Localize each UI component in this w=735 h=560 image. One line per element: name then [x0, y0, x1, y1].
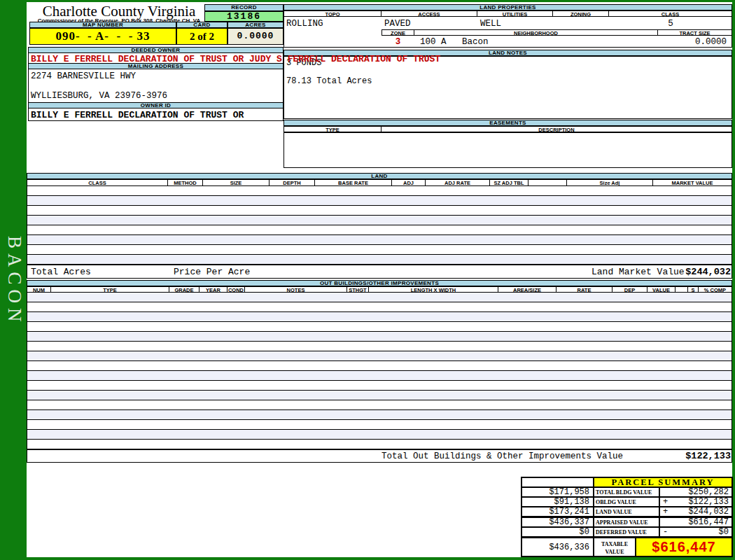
easement-type-label: TYPE — [284, 126, 382, 132]
class-label: CLASS — [609, 10, 732, 17]
address-line2: WYLLIESBURG, VA 23976-3976 — [31, 91, 167, 101]
land-price-per-acre-label: Price Per Acre — [174, 267, 250, 277]
easements-title: EASEMENTS — [284, 120, 732, 126]
ob-col-grade: GRADE — [169, 286, 200, 293]
land-col-adj-rate: ADJ RATE — [426, 179, 490, 186]
ps-row1-label: TOTAL BLDG VALUE — [594, 487, 659, 497]
ps-row5-value-cell: - $0 — [659, 527, 732, 537]
land-table-header-row: CLASS METHOD SIZE DEPTH BASE RATE ADJ AD… — [27, 179, 732, 186]
address-line1: 2274 BARNESVILLE HWY — [31, 71, 136, 81]
zone-value: 3 — [382, 37, 414, 47]
easement-description-label: DESCRIPTION — [382, 126, 732, 132]
ps-row4-left: $436,337 — [522, 517, 594, 527]
ps-taxable-value: $616,447 — [636, 537, 732, 556]
ob-col-s: S — [688, 286, 699, 293]
tract-size-value: 0.0000 — [658, 37, 727, 47]
ps-row3-label: LAND VALUE — [594, 507, 659, 517]
deeded-owner-value: BILLY E FERRELL DECLARATION OF TRUST OR … — [31, 54, 440, 64]
land-market-value-label: Land Market Value — [592, 267, 685, 277]
ps-taxable-left: $436,336 — [522, 537, 594, 556]
ob-col-area-size: AREA/SIZE — [498, 286, 556, 293]
land-col-size: SIZE — [203, 179, 270, 186]
ps-row2-value-cell: + $122,133 — [659, 497, 732, 507]
easements-header-row: TYPE DESCRIPTION — [284, 126, 732, 132]
map-number-label: MAP NUMBER — [29, 22, 176, 28]
ps-row1-value-cell: $250,282 — [659, 487, 732, 497]
utilities-label: UTILITIES — [477, 10, 553, 17]
card-value: 2 of 2 — [176, 28, 227, 45]
ob-col-sthgt: STHGT — [347, 286, 369, 293]
land-section-title: LAND — [27, 173, 732, 179]
class-value: 5 — [609, 19, 732, 29]
ps-row5-left: $0 — [522, 527, 594, 537]
ps-row3-op: + — [663, 507, 668, 516]
ob-col-blank — [676, 286, 688, 293]
out-buildings-total-row — [27, 449, 732, 463]
land-notes-panel — [284, 56, 732, 119]
out-buildings-section-title: OUT BUILDINGS/OTHER IMPROVEMENTS — [27, 280, 732, 286]
ps-row3-value-cell: + $244,032 — [659, 507, 732, 517]
out-buildings-header-row: NUM TYPE GRADE YEAR COND NOTES STHGT LEN… — [27, 286, 732, 293]
map-number-value: 090- - A- - - 33 — [29, 28, 176, 45]
ps-row5-op: - — [663, 528, 668, 536]
tract-size-label: TRACT SIZE — [658, 29, 732, 36]
land-col-blank — [528, 179, 567, 186]
property-record-card: BACON Charlotte County Virginia Commissi… — [0, 0, 735, 560]
ob-col-length-width: LENGTH X WIDTH — [369, 286, 498, 293]
ob-col-num: NUM — [27, 286, 51, 293]
deeded-owner-label: DEEDED OWNER — [28, 47, 284, 53]
ps-row1-value: $250,282 — [688, 488, 729, 496]
neighborhood-label: NEIGHBORHOOD — [414, 29, 658, 36]
out-buildings-total-value: $122,133 — [685, 451, 731, 461]
ps-row2-left: $91,138 — [522, 497, 594, 507]
land-notes-line2: 78.13 Total Acres — [286, 76, 372, 86]
ps-row1-left: $171,958 — [522, 487, 594, 497]
out-buildings-total-label: Total Out Buildings & Other Improvements… — [382, 451, 623, 461]
out-buildings-empty-rows — [27, 293, 732, 449]
ps-row5-label: DEFERRED VALUE — [594, 527, 659, 537]
neighborhood-value: Bacon — [462, 37, 489, 47]
land-col-market-value: MARKET VALUE — [653, 179, 732, 186]
access-label: ACCESS — [382, 10, 477, 17]
owner-id-label: OWNER ID — [28, 102, 284, 108]
land-col-method: METHOD — [168, 179, 203, 186]
ps-row3-value: $244,032 — [688, 507, 729, 516]
owner-id-value: BILLY E FERRELL DECLARATION OF TRUST OR — [31, 110, 244, 120]
ob-col-value: VALUE — [648, 286, 676, 293]
utilities-value: WELL — [480, 19, 501, 29]
acres-value: 0.0000 — [227, 28, 284, 45]
zone-header-row: ZONE NEIGHBORHOOD TRACT SIZE — [382, 29, 732, 36]
ob-col-type: TYPE — [51, 286, 169, 293]
record-label: RECORD — [204, 4, 284, 11]
ps-row4-label: APPRAISED VALUE — [594, 517, 659, 527]
ps-row4-value: $616,447 — [688, 518, 729, 526]
access-value: PAVED — [384, 19, 411, 29]
ps-header-spacer — [522, 477, 594, 487]
ps-row5-value: $0 — [719, 528, 729, 536]
topo-label: TOPO — [284, 10, 382, 17]
land-col-adj: ADJ — [392, 179, 426, 186]
ob-col-pct-comp: % COMP — [699, 286, 732, 293]
land-total-acres-label: Total Acres — [31, 267, 91, 277]
land-col-sz-adj-tbl: SZ ADJ TBL — [490, 179, 528, 186]
ob-col-cond: COND — [227, 286, 245, 293]
zone-area-value: 100 A — [420, 37, 447, 47]
easements-panel — [284, 132, 732, 168]
zone-label: ZONE — [382, 29, 414, 36]
card-label: CARD — [176, 22, 227, 28]
ob-col-notes: NOTES — [245, 286, 347, 293]
record-number: 13186 — [204, 11, 284, 22]
land-col-class: CLASS — [27, 179, 168, 186]
ps-row2-value: $122,133 — [688, 498, 729, 506]
ps-row3-left: $173,241 — [522, 507, 594, 517]
land-properties-title: LAND PROPERTIES — [284, 4, 732, 10]
land-col-size-adj: Size Adj — [567, 179, 653, 186]
land-col-base-rate: BASE RATE — [315, 179, 392, 186]
land-market-value: $244,032 — [685, 267, 731, 277]
ps-taxable-label: TAXABLE VALUE — [594, 537, 636, 556]
acres-label: ACRES — [227, 22, 284, 28]
ob-col-rate: RATE — [556, 286, 612, 293]
land-properties-header-row: TOPO ACCESS UTILITIES ZONING CLASS — [284, 10, 732, 17]
zoning-label: ZONING — [553, 10, 609, 17]
parcel-summary-title: PARCEL SUMMARY — [594, 477, 732, 487]
